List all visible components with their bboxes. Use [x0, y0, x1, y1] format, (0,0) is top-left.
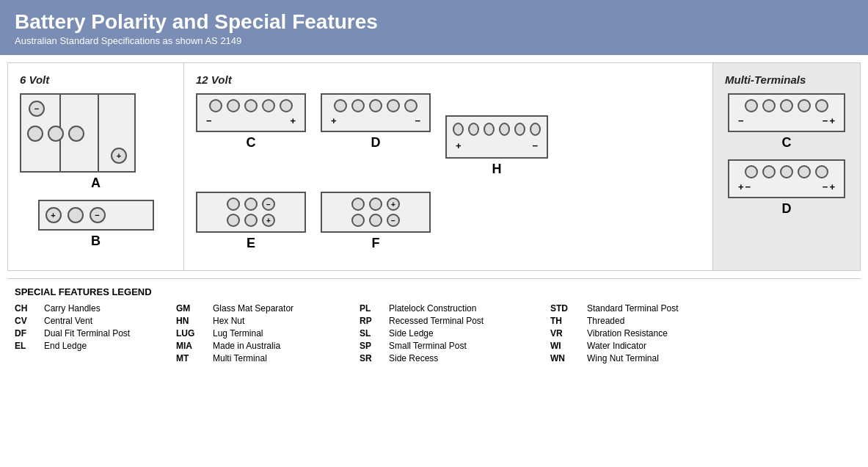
legend-code-std: STD: [550, 303, 587, 314]
legend-desc-vr: Vibration Resistance: [587, 328, 748, 339]
td1: [334, 99, 347, 112]
battery-c-diagram: − +: [196, 93, 306, 132]
te5: [244, 214, 258, 227]
te1: [227, 198, 240, 211]
battery-mc-diagram: − − +: [728, 93, 845, 132]
mc5: [815, 99, 828, 112]
th6: [530, 123, 541, 136]
h-plus: +: [456, 140, 462, 151]
th2: [468, 123, 479, 136]
six-volt-label: 6 Volt: [20, 73, 172, 86]
battery-d-polarity: + −: [328, 115, 423, 126]
th3: [484, 123, 495, 136]
h-minus: −: [532, 140, 538, 151]
battery-e-bottom-row: +: [203, 214, 299, 227]
legend-title: SPECIAL FEATURES LEGEND: [15, 286, 853, 297]
battery-a-section: − + A: [20, 93, 172, 191]
legend-desc-lug: Lug Terminal: [213, 328, 360, 339]
battery-c-polarity: − +: [203, 115, 299, 126]
battery-md-label: D: [725, 201, 848, 217]
tf6-minus: −: [387, 214, 400, 227]
legend-grid: CH Carry Handles GM Glass Mat Separator …: [15, 303, 853, 363]
md5: [815, 165, 828, 178]
mc-minus-r: −: [823, 115, 828, 126]
mc4: [798, 99, 811, 112]
legend-code-df: DF: [15, 328, 44, 339]
mc-plus-r: +: [829, 115, 835, 126]
te6-plus: +: [262, 214, 275, 227]
legend-section: SPECIAL FEATURES LEGEND CH Carry Handles…: [7, 278, 861, 371]
battery-mc-top-row: [735, 99, 838, 112]
battery-b-diagram: + −: [38, 200, 154, 231]
legend-code-cv: CV: [15, 316, 44, 326]
legend-code-mia: MIA: [176, 341, 213, 351]
td4: [387, 99, 400, 112]
legend-code-gm: GM: [176, 303, 213, 314]
legend-desc-sl: Side Ledge: [389, 328, 550, 339]
legend-code-sl: SL: [360, 328, 389, 339]
legend-desc-hn: Hex Nut: [213, 316, 360, 326]
battery-c-label: C: [196, 135, 306, 151]
legend-desc-cv: Central Vent: [44, 316, 176, 326]
c-minus: −: [206, 115, 212, 126]
divider2: [98, 95, 99, 171]
mc-plus-pair: − +: [823, 115, 835, 126]
battery-a-diagram: − +: [20, 93, 136, 173]
tf1: [351, 198, 365, 211]
legend-code-ch: CH: [15, 303, 44, 314]
d-plus: +: [331, 115, 337, 126]
te4: [227, 214, 240, 227]
battery-e-section: − + E: [196, 192, 306, 251]
legend-code-hn: HN: [176, 316, 213, 326]
terminal-row-a: [27, 126, 84, 142]
battery-f-section: + − F: [321, 192, 431, 251]
mc2: [762, 99, 776, 112]
terminal-a2: [48, 126, 64, 142]
legend-code-lug: LUG: [176, 328, 213, 339]
md-minus-pair: − +: [823, 181, 835, 192]
mc1: [745, 99, 758, 112]
te3-minus: −: [262, 198, 275, 211]
battery-e-top-row: −: [203, 198, 299, 211]
legend-code-sr: SR: [360, 353, 389, 363]
battery-md-polarity: + − − +: [735, 181, 838, 192]
battery-md-section: + − − + D: [725, 159, 848, 217]
tc1: [209, 99, 222, 112]
battery-b-label: B: [20, 234, 172, 249]
battery-f-bottom-row: −: [328, 214, 423, 227]
terminal-b-minus: −: [90, 207, 106, 223]
mc3: [780, 99, 793, 112]
twelve-volt-label: 12 Volt: [196, 73, 701, 86]
battery-md-top-row: [735, 165, 838, 178]
battery-d-section: + − D: [321, 93, 431, 151]
legend-desc-gm: Glass Mat Separator: [213, 303, 360, 314]
terminal-a3: [68, 126, 84, 142]
terminal-a-plus: +: [111, 148, 127, 164]
page-title: Battery Polarity and Special Features: [15, 10, 853, 34]
md1: [745, 165, 758, 178]
td3: [369, 99, 382, 112]
multi-terminals-panel: Multi-Terminals − − +: [713, 63, 860, 270]
battery-md-diagram: + − − +: [728, 159, 845, 198]
battery-f-label: F: [321, 236, 431, 251]
legend-code-rp: RP: [360, 316, 389, 326]
battery-h-section: + − H: [445, 93, 548, 177]
terminal-a1: [27, 126, 43, 142]
th5: [514, 123, 525, 136]
battery-mc-section: − − + C: [725, 93, 848, 151]
twelve-volt-bottom-row: − + E +: [196, 192, 701, 260]
md4: [798, 165, 811, 178]
page-subtitle: Australian Standard Specifications as sh…: [15, 35, 853, 46]
multi-terminals-label: Multi-Terminals: [725, 73, 848, 86]
c-plus: +: [290, 115, 296, 126]
tc5: [280, 99, 293, 112]
battery-h-row: [453, 123, 541, 136]
d-minus: −: [415, 115, 420, 126]
th1: [453, 123, 464, 136]
battery-mc-label: C: [725, 135, 848, 151]
six-volt-panel: 6 Volt − + A: [8, 63, 184, 270]
battery-c-top-row: [203, 99, 299, 112]
battery-d-label: D: [321, 135, 431, 151]
legend-desc-rp: Recessed Terminal Post: [389, 316, 550, 326]
md-plus-pair: + −: [738, 181, 751, 192]
